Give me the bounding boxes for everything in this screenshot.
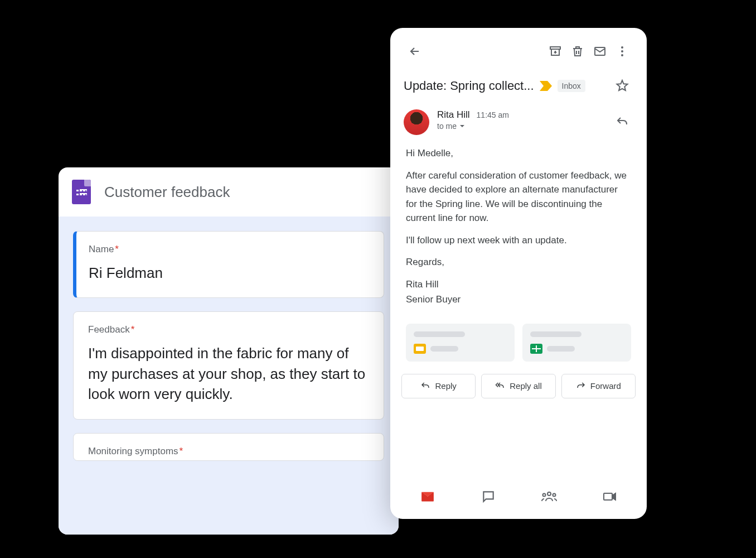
svg-point-3 <box>621 50 623 52</box>
svg-point-5 <box>547 492 551 496</box>
forms-title: Customer feedback <box>104 184 230 201</box>
email-body: Hi Medelle, After careful consideration … <box>390 143 647 320</box>
more-icon[interactable] <box>611 40 633 62</box>
attachment-slides[interactable] <box>406 324 515 362</box>
body-greeting: Hi Medelle, <box>406 146 631 161</box>
reply-actions-row: Reply Reply all Forward <box>390 372 647 407</box>
google-forms-icon <box>72 180 91 204</box>
svg-point-7 <box>553 494 555 497</box>
subject-row: Update: Spring collect... Inbox <box>390 70 647 107</box>
question-card-feedback[interactable]: Feedback* I'm disappointed in the fabric… <box>73 311 384 419</box>
forms-header: Customer feedback <box>59 167 399 217</box>
attachment-placeholder-line <box>430 346 458 352</box>
nav-meet-icon[interactable] <box>599 485 621 508</box>
google-slides-icon <box>414 344 426 354</box>
question-card-next[interactable]: Monitoring symptoms* <box>73 433 384 461</box>
question-answer[interactable]: I'm disappointed in the fabric for many … <box>88 343 369 404</box>
svg-point-2 <box>621 46 623 49</box>
nav-spaces-icon[interactable] <box>538 485 560 508</box>
star-icon[interactable] <box>611 75 633 97</box>
mark-unread-icon[interactable] <box>589 40 611 62</box>
reply-all-button[interactable]: Reply all <box>481 374 555 398</box>
forward-button[interactable]: Forward <box>561 374 636 398</box>
body-paragraph: After careful consideration of customer … <box>406 169 631 225</box>
sender-name[interactable]: Rita Hill <box>437 109 470 121</box>
sender-row: Rita Hill 11:45 am to me <box>390 107 647 143</box>
google-sheets-icon <box>530 344 542 354</box>
attachment-placeholder-line <box>414 331 465 337</box>
reply-button[interactable]: Reply <box>401 374 476 398</box>
question-label: Feedback* <box>88 324 369 335</box>
svg-rect-8 <box>604 493 612 500</box>
attachments-row <box>390 320 647 372</box>
question-label: Name* <box>89 244 369 255</box>
chevron-down-icon <box>459 123 466 129</box>
attachment-placeholder-line <box>530 331 581 337</box>
question-answer[interactable]: Ri Feldman <box>89 263 369 283</box>
attachment-sheets[interactable] <box>522 324 631 362</box>
gmail-window: Update: Spring collect... Inbox Rita Hil… <box>390 28 647 519</box>
forms-window: Customer feedback Name* Ri Feldman Feedb… <box>59 167 399 535</box>
sender-avatar[interactable] <box>404 109 429 135</box>
body-paragraph: I'll follow up next week with an update. <box>406 233 631 248</box>
back-icon[interactable] <box>404 40 426 62</box>
svg-rect-0 <box>550 47 560 49</box>
attachment-placeholder-line <box>547 346 575 352</box>
question-card-name[interactable]: Name* Ri Feldman <box>73 231 384 298</box>
nav-mail-icon[interactable] <box>416 485 439 508</box>
archive-icon[interactable] <box>544 40 566 62</box>
signature-title: Senior Buyer <box>406 292 631 307</box>
recipient-dropdown[interactable]: to me <box>437 122 603 131</box>
reply-icon[interactable] <box>611 109 633 132</box>
svg-point-4 <box>621 54 623 56</box>
gmail-topbar <box>390 28 647 70</box>
svg-point-6 <box>542 494 545 497</box>
signature-name: Rita Hill <box>406 277 631 292</box>
important-marker-icon[interactable] <box>540 81 552 91</box>
body-signoff: Regards, <box>406 255 631 270</box>
forms-body: Name* Ri Feldman Feedback* I'm disappoin… <box>59 217 399 535</box>
delete-icon[interactable] <box>566 40 589 62</box>
sender-time: 11:45 am <box>477 110 509 119</box>
nav-chat-icon[interactable] <box>477 485 500 508</box>
question-label: Monitoring symptoms* <box>88 446 369 457</box>
bottom-nav <box>390 477 647 519</box>
inbox-label[interactable]: Inbox <box>558 80 585 92</box>
email-subject: Update: Spring collect... <box>404 79 534 93</box>
